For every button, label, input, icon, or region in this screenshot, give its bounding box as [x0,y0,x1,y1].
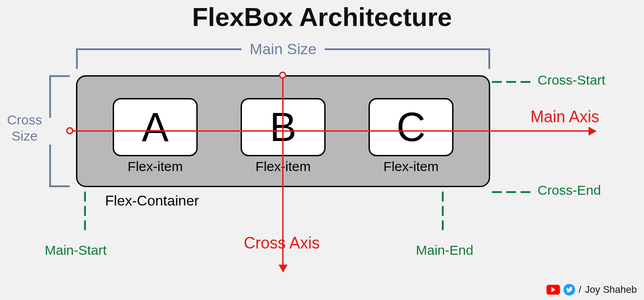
main-axis-arrowhead [589,127,597,136]
main-start-marker [84,192,86,235]
main-size-bracket: Main Size [76,48,490,69]
credits-separator: / [579,284,581,296]
main-axis-origin-dot [66,127,73,134]
flex-item-caption: Flex-item [383,159,438,174]
page-title: FlexBox Architecture [0,2,644,32]
main-end-marker [442,192,444,235]
main-end-label: Main-End [416,243,473,258]
flex-item: C [369,98,453,156]
flex-item: A [113,98,198,156]
flex-item-caption: Flex-item [127,159,182,174]
main-axis-label: Main Axis [530,107,599,126]
twitter-icon [564,284,575,296]
main-axis-line [66,130,589,132]
diagram-stage: FlexBox Architecture Main Size Cross Siz… [0,0,644,300]
main-start-label: Main-Start [45,243,106,258]
cross-size-label: Cross Size [0,112,49,144]
cross-start-marker: Cross-Start [492,74,606,90]
credits-author: Joy Shaheb [585,284,637,296]
flex-container-label: Flex-Container [105,193,199,209]
cross-axis-arrowhead [279,265,288,273]
cross-axis-label: Cross Axis [210,234,353,253]
cross-axis-origin-dot [279,72,286,79]
cross-end-marker: Cross-End [492,184,601,200]
main-size-label: Main Size [76,40,490,58]
flex-item-wrap: A Flex-item [113,98,198,174]
flex-item-wrap: C Flex-item [369,98,453,174]
cross-end-label: Cross-End [538,183,601,198]
credits: / Joy Shaheb [547,284,637,296]
youtube-icon [547,285,560,295]
cross-start-label: Cross-Start [538,73,606,88]
